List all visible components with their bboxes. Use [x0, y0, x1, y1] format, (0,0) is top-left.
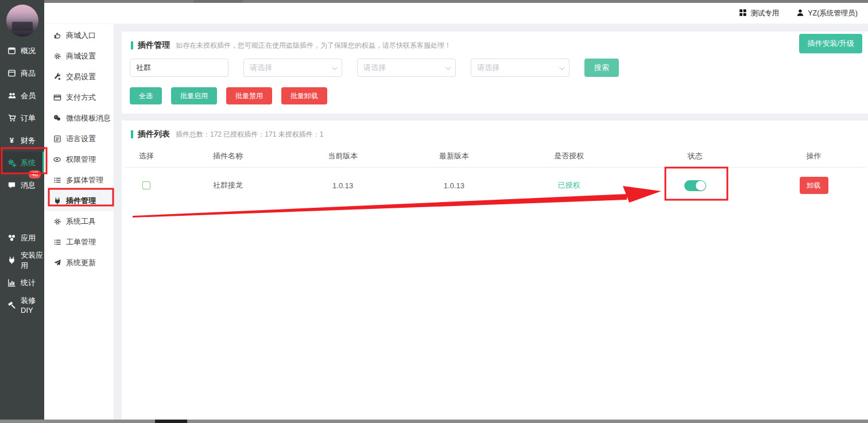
sidebar-item-diy[interactable]: 装修DIY — [0, 294, 44, 316]
column-header: 插件名称 — [169, 151, 288, 161]
install-upgrade-button[interactable]: 插件安装/升级 — [799, 34, 862, 53]
row-checkbox[interactable] — [142, 181, 150, 189]
bulk-disable-button[interactable]: 批量禁用 — [226, 87, 272, 104]
select-all-button[interactable]: 全选 — [130, 87, 162, 104]
gears-icon — [7, 158, 17, 168]
sidebar-item-messages[interactable]: 消息 48 — [0, 174, 44, 196]
filter-select-3[interactable]: 请选择 — [471, 59, 569, 77]
tool-gear-icon — [53, 218, 61, 226]
sidebar-item-members[interactable]: 会员 — [0, 84, 44, 107]
menu-item-language-settings[interactable]: 语言设置 — [44, 129, 114, 149]
user-icon — [796, 9, 804, 18]
filter-row: 请选择 请选择 请选择 搜索 — [122, 56, 868, 83]
plugin-manage-card: 插件管理 如存在未授权插件，您可能正在使用盗版插件，为了保障您的权益，请尽快联系… — [122, 32, 868, 114]
menu-item-label: 交易设置 — [66, 72, 96, 82]
section-accent-bar — [131, 41, 133, 49]
select-placeholder: 请选择 — [363, 63, 386, 73]
uninstall-button[interactable]: 卸载 — [800, 177, 828, 194]
menu-item-system-tools[interactable]: 系统工具 — [44, 211, 114, 232]
current-version: 1.0.13 — [287, 181, 398, 190]
user-menu[interactable]: YZ(系统管理员) — [796, 9, 858, 18]
main-content: 插件管理 如存在未授权插件，您可能正在使用盗版插件，为了保障您的权益，请尽快联系… — [114, 24, 868, 423]
bottom-strip-dark-segment — [155, 420, 187, 423]
sidebar-item-orders[interactable]: 订单 — [0, 107, 44, 129]
stats-icon — [7, 278, 17, 288]
language-book-icon — [53, 135, 61, 143]
secondary-sidebar: 商城入口 商城设置 交易设置 — [44, 24, 114, 423]
svg-text:¥: ¥ — [10, 136, 14, 145]
send-plane-icon — [53, 259, 61, 267]
top-strip-seam — [193, 0, 243, 3]
menu-item-payment-methods[interactable]: 支付方式 — [44, 87, 114, 108]
primary-sidebar: 概况 商品 会员 订单 ¥ — [0, 0, 44, 423]
sidebar-item-label: 安装应用 — [21, 250, 44, 271]
plugin-stats: 插件总数：172 已授权插件：171 未授权插件：1 — [176, 130, 323, 139]
menu-item-permissions[interactable]: 权限管理 — [44, 149, 114, 170]
grid-icon — [739, 9, 747, 18]
sidebar-item-stats[interactable]: 统计 — [0, 271, 44, 294]
section-subtitle: 如存在未授权插件，您可能正在使用盗版插件，为了保障您的权益，请尽快联系客服处理！ — [176, 41, 451, 51]
sidebar-item-label: 会员 — [21, 91, 36, 101]
menu-item-label: 微信模板消息 — [66, 113, 111, 123]
sidebar-item-label: 订单 — [21, 113, 36, 123]
column-header: 选择 — [124, 151, 169, 161]
plugin-manage-header: 插件管理 如存在未授权插件，您可能正在使用盗版插件，为了保障您的权益，请尽快联系… — [122, 32, 868, 56]
diy-hammer-icon — [7, 301, 17, 310]
chevron-down-icon — [445, 64, 451, 70]
menu-item-label: 权限管理 — [66, 154, 96, 165]
wrench-icon — [53, 73, 61, 82]
keyword-input[interactable] — [130, 59, 228, 77]
sidebar-item-label: 系统 — [21, 158, 36, 168]
avatar[interactable] — [6, 5, 38, 37]
filter-select-1[interactable]: 请选择 — [243, 59, 342, 77]
sidebar-item-label: 装修DIY — [21, 296, 44, 315]
chevron-down-icon — [332, 64, 338, 70]
sidebar-item-overview[interactable]: 概况 — [0, 40, 44, 62]
gear-icon — [53, 52, 61, 61]
sidebar-item-label: 应用 — [21, 233, 36, 243]
sidebar-item-finance[interactable]: ¥ 财务 — [0, 129, 44, 152]
cart-icon — [7, 114, 17, 123]
message-icon — [7, 181, 17, 190]
workspace-switcher[interactable]: 测试专用 — [739, 9, 779, 18]
worklist-icon — [53, 238, 61, 247]
section-accent-bar — [131, 130, 133, 138]
window-top-strip — [44, 0, 868, 3]
filter-select-2[interactable]: 请选择 — [357, 59, 456, 77]
column-header: 是否授权 — [510, 151, 629, 161]
sidebar-item-apps[interactable]: 应用 — [0, 227, 44, 249]
menu-item-media[interactable]: 多媒体管理 — [44, 170, 114, 191]
menu-item-label: 商城入口 — [66, 30, 96, 41]
sidebar-item-label: 统计 — [21, 278, 36, 288]
column-header: 当前版本 — [287, 151, 398, 161]
menu-item-label: 语言设置 — [66, 134, 96, 144]
plugin-table: 选择 插件名称 当前版本 最新版本 是否授权 状态 操作 社群接龙 1.0.13 — [122, 145, 868, 203]
menu-item-mall-entry[interactable]: 商城入口 — [44, 25, 114, 46]
wechat-icon — [53, 114, 61, 123]
menu-item-label: 支付方式 — [66, 92, 96, 103]
status-toggle[interactable] — [684, 180, 706, 191]
menu-item-system-update[interactable]: 系统更新 — [44, 253, 114, 273]
menu-item-mall-settings[interactable]: 商城设置 — [44, 46, 114, 67]
select-placeholder: 请选择 — [477, 63, 499, 73]
menu-item-plugin-management[interactable]: 插件管理 — [44, 191, 114, 211]
sidebar-item-label: 消息 — [21, 180, 36, 191]
menu-item-trade-settings[interactable]: 交易设置 — [44, 67, 114, 87]
search-button[interactable]: 搜索 — [584, 59, 619, 77]
user-label: YZ(系统管理员) — [808, 9, 858, 18]
table-header-row: 选择 插件名称 当前版本 最新版本 是否授权 状态 操作 — [124, 145, 866, 168]
sidebar-item-install-apps[interactable]: 安装应用 — [0, 249, 44, 271]
menu-item-wechat-template[interactable]: 微信模板消息 — [44, 108, 114, 129]
sidebar-item-label: 财务 — [21, 135, 36, 146]
workspace-label: 测试专用 — [750, 9, 779, 18]
apps-icon — [7, 234, 17, 243]
primary-nav: 概况 商品 会员 订单 ¥ — [0, 40, 44, 316]
column-header: 最新版本 — [398, 151, 510, 161]
bulk-enable-button[interactable]: 批量启用 — [171, 87, 217, 104]
members-icon — [7, 91, 17, 100]
bulk-uninstall-button[interactable]: 批量卸载 — [281, 87, 327, 104]
sidebar-item-label: 概况 — [21, 46, 36, 56]
sidebar-item-goods[interactable]: 商品 — [0, 62, 44, 84]
thumbs-up-icon — [53, 32, 61, 40]
menu-item-work-orders[interactable]: 工单管理 — [44, 232, 114, 253]
